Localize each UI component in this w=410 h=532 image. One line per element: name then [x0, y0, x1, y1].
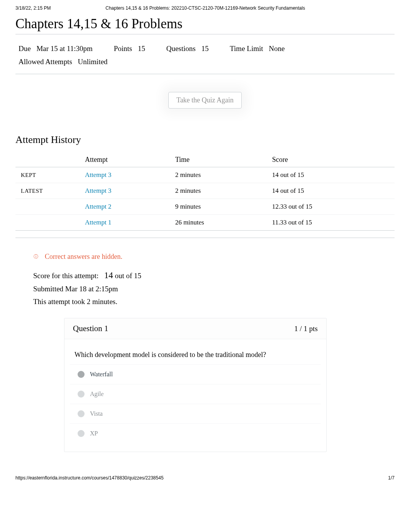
attempt-history-title: Attempt History	[15, 134, 395, 146]
print-title: Chapters 14,15 & 16 Problems: 202210-CTS…	[51, 5, 360, 11]
answer-text: Agile	[90, 391, 104, 398]
row-score: 12.33 out of 15	[268, 199, 395, 215]
row-score: 14 out of 15	[268, 167, 395, 183]
question-prompt: Which development model is considered to…	[64, 339, 326, 363]
attempt-history-table: Attempt Time Score KEPT Attempt 3 2 minu…	[15, 153, 395, 231]
answers-list: Waterfall Agile Vista XP	[64, 363, 326, 452]
submitted-line: Submitted Mar 18 at 2:15pm	[33, 283, 395, 295]
question-card: Question 1 1 / 1 pts Which development m…	[64, 318, 327, 452]
allowed-attempts-value: Unlimited	[78, 58, 108, 66]
question-points: 1 / 1 pts	[294, 325, 318, 333]
correct-answers-hidden-note: ⓘ Correct answers are hidden.	[33, 253, 395, 261]
attempt-link[interactable]: Attempt 3	[85, 187, 111, 194]
due-label: Due	[19, 44, 31, 53]
allowed-attempts-label: Allowed Attempts	[19, 58, 72, 66]
score-suffix: out of 15	[115, 272, 141, 280]
take-quiz-again-button[interactable]: Take the Quiz Again	[168, 92, 242, 109]
radio-icon	[78, 410, 85, 417]
answer-option[interactable]: Vista	[70, 404, 321, 423]
row-score: 11.33 out of 15	[268, 215, 395, 231]
hidden-note-text: Correct answers are hidden.	[45, 253, 122, 261]
col-attempt: Attempt	[81, 153, 171, 167]
info-icon: ⓘ	[33, 253, 39, 260]
timelimit-value: None	[269, 44, 285, 53]
row-tag: KEPT	[15, 167, 81, 183]
radio-icon	[78, 391, 85, 398]
radio-icon	[78, 371, 85, 378]
row-tag	[15, 215, 81, 231]
footer-url: https://easternflorida.instructure.com/c…	[15, 475, 164, 481]
score-block: Score for this attempt: 14 out of 15 Sub…	[33, 268, 395, 308]
answer-option[interactable]: XP	[70, 423, 321, 443]
row-time: 26 minutes	[171, 215, 268, 231]
row-time: 2 minutes	[171, 167, 268, 183]
answer-option[interactable]: Agile	[70, 384, 321, 404]
timelimit-label: Time Limit	[230, 44, 263, 53]
question-header: Question 1 1 / 1 pts	[64, 318, 326, 339]
quiz-meta-bar: Due Mar 15 at 11:30pm Points 15 Question…	[15, 38, 395, 74]
table-row: Attempt 2 9 minutes 12.33 out of 15	[15, 199, 395, 215]
answer-option[interactable]: Waterfall	[70, 364, 321, 384]
row-score: 14 out of 15	[268, 183, 395, 199]
print-footer: https://easternflorida.instructure.com/c…	[0, 452, 410, 487]
table-row: LATEST Attempt 3 2 minutes 14 out of 15	[15, 183, 395, 199]
answer-text: Waterfall	[90, 371, 113, 378]
points-value: 15	[138, 44, 145, 53]
row-tag: LATEST	[15, 183, 81, 199]
radio-icon	[78, 430, 85, 437]
col-blank	[15, 153, 81, 167]
row-tag	[15, 199, 81, 215]
table-row: KEPT Attempt 3 2 minutes 14 out of 15	[15, 167, 395, 183]
attempt-link[interactable]: Attempt 1	[85, 219, 111, 226]
print-header: 3/18/22, 2:15 PM Chapters 14,15 & 16 Pro…	[0, 0, 410, 13]
attempt-link[interactable]: Attempt 3	[85, 171, 111, 178]
questions-value: 15	[201, 44, 208, 53]
page-title: Chapters 14,15 & 16 Problems	[15, 16, 395, 34]
attempt-link[interactable]: Attempt 2	[85, 203, 111, 210]
question-title: Question 1	[73, 324, 108, 333]
row-time: 9 minutes	[171, 199, 268, 215]
answer-text: XP	[90, 430, 98, 437]
points-label: Points	[114, 44, 132, 53]
footer-page: 1/7	[388, 475, 395, 481]
answer-text: Vista	[90, 410, 103, 417]
col-score: Score	[268, 153, 395, 167]
score-value: 14	[104, 270, 113, 280]
due-value: Mar 15 at 11:30pm	[36, 44, 92, 53]
questions-label: Questions	[166, 44, 196, 53]
score-prefix: Score for this attempt:	[33, 272, 98, 280]
print-datetime: 3/18/22, 2:15 PM	[15, 5, 51, 11]
duration-line: This attempt took 2 minutes.	[33, 296, 395, 308]
col-time: Time	[171, 153, 268, 167]
table-row: Attempt 1 26 minutes 11.33 out of 15	[15, 215, 395, 231]
divider	[15, 238, 395, 238]
row-time: 2 minutes	[171, 183, 268, 199]
